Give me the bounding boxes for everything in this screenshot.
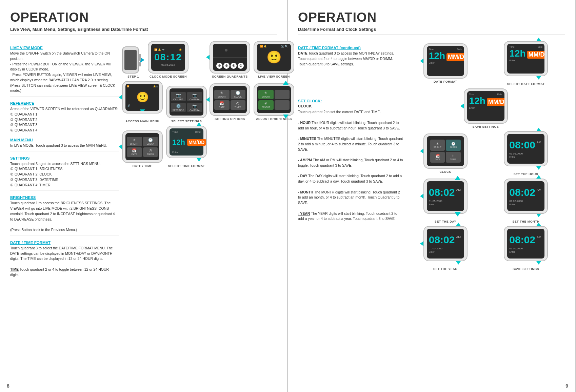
enter-label: Enter: [172, 151, 201, 153]
screen-cell-set-year: 08:02 AM 01.05.2000 Enter SET THE YEAR: [406, 226, 484, 271]
ds-12h: 12h: [429, 51, 445, 61]
sds-enter: Enter: [509, 59, 542, 62]
arrow-down-day: [455, 212, 461, 216]
setting-options-label: SETTING OPTIONS: [215, 117, 245, 121]
select-settings-device-wrapper: 📷 CAMERA 📷 CAMERA ⚙️ S: [166, 86, 207, 118]
access-main-label: ACCESS MAIN MENU: [125, 120, 159, 123]
section-main-menu-body: In LIVE MODE, Touch quadrant 3 to access…: [10, 143, 119, 148]
dt-date-icon: 📅: [132, 148, 137, 153]
screen-cell-select-date-format: Time Date 12h MM/DD Enter SELECT DATE FO…: [487, 41, 565, 86]
sds-mmdd: MM/DD: [527, 51, 545, 59]
clock-mode-label: CLOCK MODE SCREEN: [150, 75, 187, 78]
clock-date: 08.05.2012: [161, 63, 175, 66]
save-settings-device: Time Date 12h MM/DD Enter: [464, 88, 508, 124]
live-view-label: LIVE VIEW SCREEN: [258, 75, 290, 78]
ds-enter: Enter: [429, 62, 462, 64]
set-month-screen: 08:02 AM 01.05.2000 Enter: [507, 181, 544, 211]
date-format-screen: Time Date 12h MM/DD Enter: [427, 46, 464, 76]
day-date: 01.05.2000: [429, 200, 462, 203]
year-enter: Enter: [429, 251, 462, 253]
clock-item: 🕐 CLOCK: [231, 90, 246, 99]
timer-label: TIMER: [235, 106, 241, 108]
quad-4: ④: [231, 63, 237, 69]
clock-mode-device: 📶 🔔 📷 ☀️ 08:12 08.05.2012: [148, 41, 188, 74]
quadrants-outer: ① ③ ④ ②: [210, 41, 250, 74]
save-settings-screen: Time Date 12h MM/DD Enter: [467, 91, 504, 121]
left-page: OPERATION Live View, Main Menu, Settings…: [0, 0, 288, 392]
year-date: 01.05.2000: [429, 247, 462, 250]
set-month-label: SET THE MONTH: [512, 220, 539, 223]
empty2: [275, 100, 290, 110]
month-date: 01.05.2000: [509, 200, 542, 203]
access-main-device-wrapper: 📶 🔔📷 🙂 🔊: [122, 81, 163, 114]
set-hour-label: SET THE HOUR: [514, 172, 538, 176]
ss-mmdd: MM/DD: [487, 98, 504, 106]
hour-am: AM: [537, 141, 541, 144]
hour-date: 01.01.2000: [509, 152, 542, 155]
menu-camera1: 📷 CAMERA: [171, 92, 186, 101]
camera3-icon: 📷: [192, 104, 197, 108]
section-datetime-body: Touch quadrant 3 to select the DATE/TIME…: [10, 246, 119, 278]
dt-bright-label: BRIGHT: [130, 143, 139, 145]
hour-time: 08:00: [509, 139, 535, 151]
settings-grid: ☀ BRIGHT 🕐 CLOCK 📅 DAT: [213, 88, 247, 111]
quadrants-screen: ① ③ ④ ②: [213, 44, 247, 71]
clock-menu-grid: ☀ BRIGHT 🕐 CLOCK 📅 DATE: [429, 138, 462, 164]
section-live-view-title: LIVE VIEW MODE: [10, 46, 119, 50]
section-brightness-body: Touch quadrant 1 to access the BRIGHTNES…: [10, 201, 119, 233]
dt-clock-label: CLOCK: [147, 143, 154, 145]
section-settings-title: SETTINGS: [10, 156, 119, 160]
section-main-menu-title: MAIN MENU: [10, 138, 119, 142]
set-year-screen: 08:02 AM 01.05.2000 Enter: [427, 229, 464, 259]
access-main-screen: 📶 🔔📷 🙂 🔊: [125, 84, 159, 111]
right-subtitle: Date/Time Format and Clock Settings: [298, 27, 565, 35]
left-text-col: LIVE VIEW MODE Move the ON/OFF Switch on…: [10, 41, 119, 279]
dt-clock-icon: 🕐: [148, 138, 153, 142]
left-screens-col: STEP 1 📶 🔔 📷 ☀️ 0: [122, 41, 294, 279]
year-time: 08:02: [429, 234, 455, 246]
screen-cell-clock-menu: ☀ BRIGHT 🕐 CLOCK 📅 DATE: [406, 133, 484, 173]
dt-clock-item: 🕐 CLOCK: [143, 137, 158, 146]
select-date-device: Time Date 12h MM/DD Enter: [504, 41, 548, 76]
timer-item: ⏱ TIMER: [231, 100, 246, 110]
menu-camera3: 📷 CAMERA: [187, 103, 202, 112]
section-reference-body: Areas of the VIEWER SCREEN will be refer…: [10, 106, 119, 133]
select-date-device-wrapper: Time Date 12h MM/DD Enter: [504, 41, 548, 76]
m4-timer-label: TIMER: [450, 158, 457, 160]
quad-2: ②: [238, 63, 244, 69]
bright-item3: ☀ BRIGHT: [258, 100, 274, 110]
year-am: AM: [456, 235, 461, 239]
save2-date: 01.05.2000: [509, 247, 542, 250]
quad-3: ③: [223, 63, 230, 69]
timer-icon: ⏱: [236, 102, 240, 106]
left-subtitle: Live View, Main Menu, Settings, Brightne…: [10, 27, 277, 35]
section-reference-title: REFERENCE: [10, 101, 119, 105]
quad-1: ①: [216, 63, 222, 69]
day-time: 08:02: [429, 187, 455, 198]
clock-menu-device: ☀ BRIGHT 🕐 CLOCK 📅 DATE: [423, 133, 468, 169]
access-main-outer: 📶 🔔📷 🙂 🔊: [122, 81, 163, 114]
sds-12h: 12h: [509, 49, 525, 58]
bright-adjust-grid: ☀ BRIGHT ☀ BRIGHT: [257, 88, 291, 111]
time-label-sm: Time: [172, 130, 178, 133]
screen-cell-set-hour: 08:00 AM 01.01.2000 Enter SET THE HOUR: [487, 131, 565, 176]
select-settings-screen: 📷 CAMERA 📷 CAMERA ⚙️ S: [170, 88, 203, 116]
clock-mode-screen: 📶 🔔 📷 ☀️ 08:12 08.05.2012: [151, 44, 185, 71]
m4-clock-icon: 🕐: [451, 142, 455, 146]
m4-bright-label: BRIGHT: [434, 146, 441, 148]
camera3-label: CAMERA: [190, 109, 200, 111]
arrow-down-main: [140, 109, 145, 111]
menu-grid: 📷 CAMERA 📷 CAMERA ⚙️ S: [170, 90, 203, 114]
arrow-up-day: [455, 176, 461, 180]
dt-timer-icon: ⏱: [148, 149, 152, 153]
clock-menu-device-wrapper: ☀ BRIGHT 🕐 CLOCK 📅 DATE: [423, 133, 468, 169]
save-settings-label-top: SAVE SETTINGS: [473, 125, 499, 128]
dt-timer-label: TIMER: [147, 153, 154, 156]
device-step1: [122, 46, 139, 74]
section-set-clock-body: Touch quadrant 2 to set the current DATE…: [298, 109, 403, 222]
set-hour-screen: 08:00 AM 01.01.2000 Enter: [507, 134, 544, 164]
section-dt-cont-body: DATE Touch quadrant 3 to access the MONT…: [298, 51, 403, 67]
clock-mode-outer: 📶 🔔 📷 ☀️ 08:12 08.05.2012: [148, 41, 188, 74]
ss-date-lbl: Date: [497, 93, 502, 96]
camera1-label: CAMERA: [173, 98, 183, 101]
